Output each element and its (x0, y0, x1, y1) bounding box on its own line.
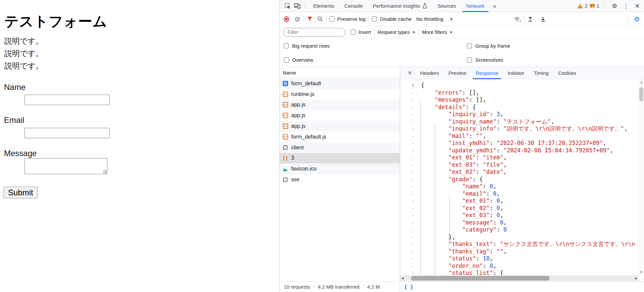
request-row-client[interactable]: client (280, 142, 400, 153)
clear-network-log-icon[interactable]: ⊘ (294, 15, 301, 22)
flask-icon (422, 3, 427, 9)
invert-toggle[interactable]: Invert (351, 29, 371, 35)
name-field[interactable] (24, 95, 110, 105)
response-tab-response[interactable]: Response (471, 67, 503, 79)
response-tab-timing[interactable]: Timing (529, 67, 553, 79)
horizontal-scroll-thumb[interactable] (411, 276, 550, 281)
separator (304, 16, 304, 22)
code-lines: { "errors": [], "messages": [], "details… (421, 82, 639, 275)
request-name: 3 (291, 155, 294, 161)
inspect-element-icon[interactable] (283, 1, 292, 11)
code-line: "ext_02": "date", (421, 168, 639, 176)
device-toolbar-icon[interactable] (292, 1, 302, 11)
overview-toggle[interactable]: Overview (284, 57, 313, 63)
code-line: "name": 0, (421, 183, 639, 190)
email-field[interactable] (24, 128, 110, 138)
chevron-down-icon: ▼ (449, 17, 453, 21)
more-filters-dropdown[interactable]: More filters ▼ (422, 29, 453, 35)
settings-gear-icon[interactable]: ⚙ (610, 2, 619, 10)
invert-checkbox[interactable] (351, 30, 356, 35)
import-har-icon[interactable] (527, 16, 533, 22)
request-row-app.js[interactable]: <>app.js (280, 110, 400, 121)
overview-checkbox[interactable] (284, 57, 289, 62)
disable-cache-checkbox[interactable] (372, 16, 377, 21)
code-line: "mail": "", (421, 133, 639, 140)
screenshots-toggle[interactable]: Screenshots (467, 57, 503, 63)
warnings-badge[interactable]: ! 2 (577, 3, 587, 9)
search-icon[interactable] (317, 16, 323, 22)
request-row-app.js[interactable]: <>app.js (280, 100, 400, 110)
network-options: Big request rows Group by frame Overview… (280, 38, 644, 67)
horizontal-scrollbar[interactable]: ◀ ▶ (400, 275, 639, 281)
line-number: - (400, 89, 414, 97)
filter-input[interactable] (284, 28, 345, 37)
request-row-runtime.js[interactable]: <>runtime.js (280, 89, 400, 100)
group-by-frame-toggle[interactable]: Group by frame (467, 43, 510, 49)
pretty-print-icon[interactable]: { } (404, 284, 413, 290)
preserve-log-toggle[interactable]: Preserve log (329, 16, 366, 22)
group-by-frame-checkbox[interactable] (467, 43, 472, 48)
network-settings-gear-icon[interactable]: ⚙ (634, 15, 640, 23)
tab-network[interactable]: Network (461, 0, 490, 12)
submit-button[interactable]: Submit (3, 187, 38, 198)
request-list: form_default<>runtime.js<>app.js<>app.js… (280, 78, 400, 281)
request-row-form_default.js[interactable]: <>form_default.js (280, 132, 400, 142)
kebab-menu-icon[interactable]: ⋮ (621, 2, 631, 10)
screenshots-checkbox[interactable] (467, 57, 472, 62)
other-icon (282, 177, 288, 183)
separator (314, 284, 314, 290)
indent-guide (420, 101, 421, 275)
warnings-count: 2 (585, 3, 587, 9)
separator (369, 16, 369, 22)
disable-cache-toggle[interactable]: Disable cache (372, 16, 412, 22)
svg-text:⚙: ⚙ (519, 19, 521, 22)
request-row-favicon.ico[interactable]: favicon.ico (280, 163, 400, 174)
export-har-icon[interactable] (540, 16, 546, 22)
vertical-scroll-thumb[interactable] (639, 87, 643, 101)
request-name: favicon.ico (291, 166, 317, 172)
throttling-select[interactable]: No throttling ▼ (416, 16, 453, 22)
tab-elements[interactable]: Elements (308, 0, 339, 12)
tab-sources[interactable]: Sources (432, 0, 461, 12)
big-request-rows-toggle[interactable]: Big request rows (284, 43, 330, 49)
request-name: form_default (291, 81, 321, 87)
request-row-app.js[interactable]: <>app.js (280, 121, 400, 132)
code-line: "ext_02": 0, (421, 205, 639, 212)
scroll-left-icon[interactable]: ◀ (400, 275, 405, 281)
screen: テストフォーム 説明です。 説明です。 説明です。 Name Email Mes… (0, 0, 644, 292)
scroll-up-icon[interactable]: ▲ (639, 81, 644, 84)
request-name: form_default.js (291, 134, 326, 140)
name-column-header[interactable]: Name (280, 67, 400, 78)
scroll-down-icon[interactable]: ▼ (639, 271, 644, 274)
line-number: - (400, 219, 414, 227)
filter-funnel-icon[interactable] (307, 16, 313, 21)
request-row-3[interactable]: {}3 (280, 153, 400, 164)
big-request-rows-checkbox[interactable] (284, 43, 289, 48)
request-name: app.js (291, 102, 306, 108)
response-tab-cookies[interactable]: Cookies (553, 67, 581, 79)
request-row-form_default[interactable]: form_default (280, 78, 400, 89)
close-devtools-icon[interactable]: ✕ (633, 2, 642, 10)
email-label: Email (4, 115, 24, 125)
record-network-log-icon[interactable] (284, 16, 289, 22)
message-field[interactable] (24, 158, 107, 174)
vertical-scrollbar[interactable]: ▲ ▼ (639, 79, 644, 275)
request-name: runtime.js (291, 91, 314, 97)
scroll-right-icon[interactable]: ▶ (634, 275, 639, 281)
network-conditions-icon[interactable]: ⚙ (514, 16, 521, 22)
request-row-sse[interactable]: sse (280, 174, 400, 185)
tab-performance-insights[interactable]: Performance insights (368, 0, 433, 12)
response-tab-preview[interactable]: Preview (444, 67, 471, 79)
close-icon[interactable]: ✕ (404, 70, 415, 76)
tab-console[interactable]: Console (339, 0, 368, 12)
script-icon: <> (282, 102, 288, 108)
request-types-dropdown[interactable]: Request types ▼ (378, 29, 416, 35)
code-line: "inquiry_name": "テストフォーム", (421, 118, 639, 126)
issues-badge[interactable]: ! 1 (590, 3, 599, 9)
response-tab-headers[interactable]: Headers (415, 67, 444, 79)
more-tabs-icon[interactable]: » (490, 2, 500, 10)
line-number: - (400, 205, 414, 212)
preserve-log-checkbox[interactable] (329, 16, 334, 21)
response-tab-initiator[interactable]: Initiator (503, 67, 529, 79)
code-line: "errors": [], (421, 89, 639, 97)
